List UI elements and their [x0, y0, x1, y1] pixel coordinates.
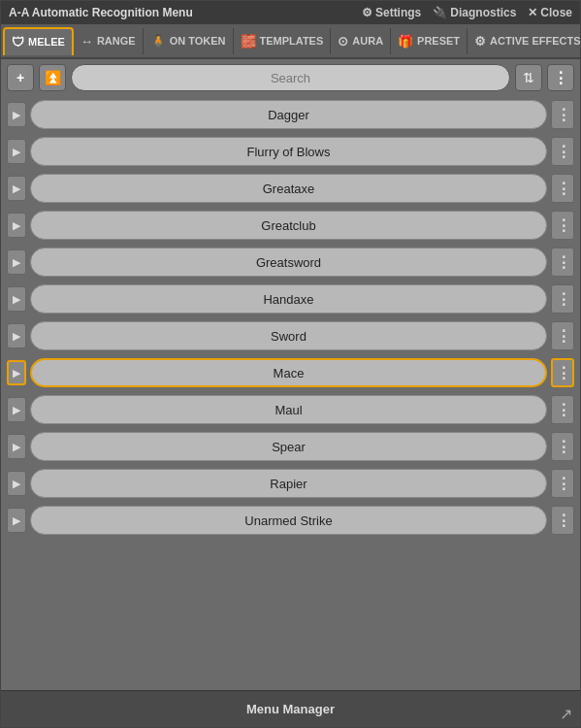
list-item-flurry-of-blows: ▶Flurry of Blows⋮ — [7, 135, 574, 168]
list-item-greatclub: ▶Greatclub⋮ — [7, 209, 574, 242]
item-label-sword[interactable]: Sword — [30, 321, 547, 350]
item-label-dagger[interactable]: Dagger — [30, 100, 547, 129]
tab-melee[interactable]: 🛡Melee — [3, 27, 74, 55]
main-window: A-A Automatic Recognition Menu ⚙ Setting… — [0, 0, 581, 728]
list-item-unarmed-strike: ▶Unarmed Strike⋮ — [7, 504, 574, 537]
list-item-maul: ▶Maul⋮ — [7, 393, 574, 426]
settings-button[interactable]: ⚙ Settings — [362, 6, 421, 19]
list-item-handaxe: ▶Handaxe⋮ — [7, 282, 574, 315]
close-button[interactable]: ✕ Close — [528, 6, 572, 19]
tab-icon-melee: 🛡 — [12, 35, 24, 50]
item-label-maul[interactable]: Maul — [30, 395, 547, 424]
tab-label-aura: Aura — [352, 35, 383, 47]
item-label-greatsword[interactable]: Greatsword — [30, 248, 547, 277]
expand-button-greatclub[interactable]: ▶ — [7, 213, 26, 238]
list-item-rapier: ▶Rapier⋮ — [7, 467, 574, 500]
tab-navigation: 🛡Melee↔Range🧍On Token🧱Templates⊙Aura🎁Pre… — [1, 24, 580, 59]
title-bar-left: A-A Automatic Recognition Menu — [9, 6, 193, 19]
item-label-mace[interactable]: Mace — [30, 358, 547, 387]
add-button[interactable]: + — [7, 64, 34, 91]
collapse-button[interactable]: ⏫ — [39, 64, 66, 91]
diagnostics-button[interactable]: 🔌 Diagnostics — [433, 6, 516, 19]
tab-icon-templates: 🧱 — [241, 34, 256, 49]
search-input[interactable] — [71, 64, 510, 91]
expand-button-handaxe[interactable]: ▶ — [7, 286, 26, 312]
expand-button-mace[interactable]: ▶ — [7, 360, 26, 385]
list-item-greatsword: ▶Greatsword⋮ — [7, 246, 574, 279]
window-title: A-A Automatic Recognition Menu — [9, 6, 193, 19]
tab-icon-range: ↔ — [81, 34, 93, 49]
expand-button-rapier[interactable]: ▶ — [7, 471, 26, 496]
sort-button[interactable]: ⇅ — [515, 64, 542, 91]
tab-label-templates: Templates — [260, 35, 324, 47]
tab-icon-active-effects: ⚙ — [474, 34, 486, 49]
tab-label-on-token: On Token — [170, 35, 226, 47]
item-menu-button-rapier[interactable]: ⋮ — [551, 469, 574, 498]
footer-label: Menu Manager — [246, 702, 335, 716]
expand-button-maul[interactable]: ▶ — [7, 397, 26, 422]
item-menu-button-dagger[interactable]: ⋮ — [551, 100, 574, 129]
item-label-unarmed-strike[interactable]: Unarmed Strike — [30, 506, 547, 535]
tab-on-token[interactable]: 🧍On Token — [144, 28, 234, 54]
close-icon: ✕ — [528, 6, 537, 19]
expand-button-flurry-of-blows[interactable]: ▶ — [7, 139, 26, 164]
footer: Menu Manager ↗ — [1, 690, 580, 727]
item-label-greataxe[interactable]: Greataxe — [30, 174, 547, 203]
tab-label-preset: Preset — [417, 35, 460, 47]
tab-templates[interactable]: 🧱Templates — [234, 28, 332, 54]
tab-active-effects[interactable]: ⚙Active Effects — [468, 28, 580, 54]
item-menu-button-greatsword[interactable]: ⋮ — [551, 248, 574, 277]
title-bar-right: ⚙ Settings 🔌 Diagnostics ✕ Close — [362, 6, 572, 19]
expand-button-greataxe[interactable]: ▶ — [7, 176, 26, 201]
item-menu-button-spear[interactable]: ⋮ — [551, 432, 574, 461]
item-label-flurry-of-blows[interactable]: Flurry of Blows — [30, 137, 547, 166]
item-menu-button-maul[interactable]: ⋮ — [551, 395, 574, 424]
tab-label-range: Range — [97, 35, 136, 47]
list-item-dagger: ▶Dagger⋮ — [7, 98, 574, 131]
item-menu-button-mace[interactable]: ⋮ — [551, 358, 574, 387]
diagnostics-icon: 🔌 — [433, 6, 447, 19]
item-menu-button-unarmed-strike[interactable]: ⋮ — [551, 506, 574, 535]
item-menu-button-greatclub[interactable]: ⋮ — [551, 211, 574, 240]
footer-icon: ↗ — [560, 705, 572, 723]
item-menu-button-sword[interactable]: ⋮ — [551, 321, 574, 350]
item-label-rapier[interactable]: Rapier — [30, 469, 547, 498]
expand-button-dagger[interactable]: ▶ — [7, 102, 26, 127]
title-bar: A-A Automatic Recognition Menu ⚙ Setting… — [1, 1, 580, 24]
item-label-spear[interactable]: Spear — [30, 432, 547, 461]
list-item-spear: ▶Spear⋮ — [7, 430, 574, 463]
item-label-greatclub[interactable]: Greatclub — [30, 211, 547, 240]
settings-icon: ⚙ — [362, 6, 372, 19]
list-item-mace: ▶Mace⋮ — [7, 356, 574, 389]
tab-preset[interactable]: 🎁Preset — [391, 28, 468, 54]
item-label-handaxe[interactable]: Handaxe — [30, 284, 547, 314]
tab-icon-on-token: 🧍 — [150, 34, 166, 49]
tab-aura[interactable]: ⊙Aura — [331, 28, 391, 54]
item-menu-button-greataxe[interactable]: ⋮ — [551, 174, 574, 203]
expand-button-unarmed-strike[interactable]: ▶ — [7, 508, 26, 533]
tab-icon-preset: 🎁 — [398, 34, 413, 49]
item-menu-button-flurry-of-blows[interactable]: ⋮ — [551, 137, 574, 166]
expand-button-greatsword[interactable]: ▶ — [7, 249, 26, 275]
expand-button-sword[interactable]: ▶ — [7, 323, 26, 348]
item-list: ▶Dagger⋮▶Flurry of Blows⋮▶Greataxe⋮▶Grea… — [1, 96, 580, 690]
toolbar: + ⏫ ⇅ ⋮ — [1, 59, 580, 96]
item-menu-button-handaxe[interactable]: ⋮ — [551, 284, 574, 314]
list-item-sword: ▶Sword⋮ — [7, 319, 574, 352]
expand-button-spear[interactable]: ▶ — [7, 434, 26, 459]
tab-range[interactable]: ↔Range — [74, 28, 144, 54]
tab-icon-aura: ⊙ — [338, 34, 348, 49]
tab-label-melee: Melee — [28, 36, 65, 48]
toolbar-menu-button[interactable]: ⋮ — [547, 64, 574, 91]
tab-label-active-effects: Active Effects — [490, 35, 580, 47]
list-item-greataxe: ▶Greataxe⋮ — [7, 172, 574, 205]
